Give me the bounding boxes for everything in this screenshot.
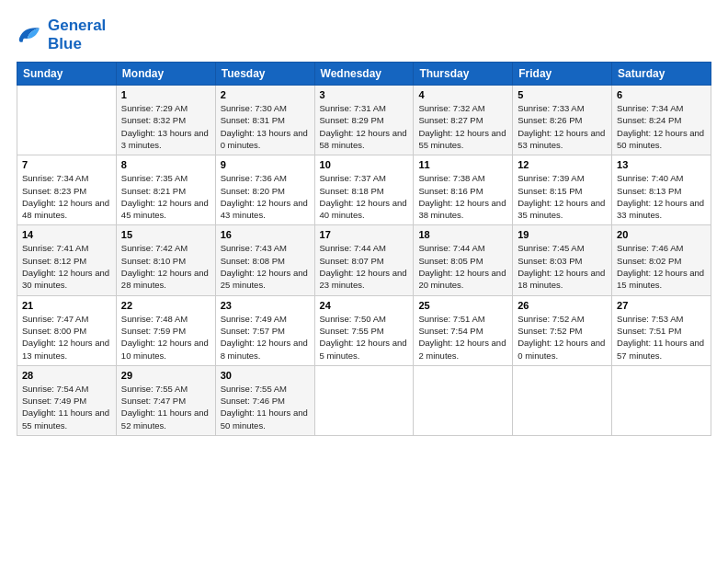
daylight-text: Daylight: 12 hours and 30 minutes. (22, 268, 109, 290)
sunrise-text: Sunrise: 7:36 AM (221, 173, 287, 183)
day-info: Sunrise: 7:31 AMSunset: 8:29 PMDaylight:… (320, 102, 409, 151)
sunset-text: Sunset: 8:08 PM (221, 256, 285, 266)
day-number: 20 (617, 229, 706, 240)
sunrise-text: Sunrise: 7:53 AM (617, 314, 683, 324)
calendar-cell: 9Sunrise: 7:36 AMSunset: 8:20 PMDaylight… (215, 155, 314, 225)
sunset-text: Sunset: 8:20 PM (221, 186, 285, 196)
daylight-text: Daylight: 11 hours and 52 minutes. (121, 408, 209, 430)
calendar-cell: 28Sunrise: 7:54 AMSunset: 7:49 PMDayligh… (17, 365, 117, 435)
daylight-text: Daylight: 12 hours and 10 minutes. (121, 338, 209, 360)
sunset-text: Sunset: 8:21 PM (121, 186, 186, 196)
daylight-text: Daylight: 12 hours and 8 minutes. (221, 338, 308, 360)
sunset-text: Sunset: 7:59 PM (121, 326, 186, 336)
sunset-text: Sunset: 7:55 PM (320, 326, 384, 336)
sunrise-text: Sunrise: 7:43 AM (221, 243, 287, 253)
day-info: Sunrise: 7:44 AMSunset: 8:05 PMDaylight:… (418, 242, 507, 291)
sunset-text: Sunset: 7:47 PM (121, 396, 186, 406)
daylight-text: Daylight: 12 hours and 35 minutes. (518, 198, 605, 220)
daylight-text: Daylight: 11 hours and 57 minutes. (617, 338, 704, 360)
calendar-cell: 12Sunrise: 7:39 AMSunset: 8:15 PMDayligh… (513, 155, 612, 225)
sunset-text: Sunset: 8:32 PM (121, 115, 186, 125)
sunrise-text: Sunrise: 7:52 AM (518, 314, 584, 324)
calendar-cell: 18Sunrise: 7:44 AMSunset: 8:05 PMDayligh… (414, 225, 513, 295)
page: General Blue SundayMondayTuesdayWednesda… (0, 0, 728, 563)
daylight-text: Daylight: 12 hours and 43 minutes. (221, 198, 308, 220)
calendar-week-5: 28Sunrise: 7:54 AMSunset: 7:49 PMDayligh… (17, 365, 711, 435)
day-number: 12 (518, 159, 607, 170)
day-number: 1 (121, 89, 210, 100)
daylight-text: Daylight: 11 hours and 50 minutes. (221, 408, 308, 430)
calendar-week-3: 14Sunrise: 7:41 AMSunset: 8:12 PMDayligh… (17, 225, 711, 295)
calendar-cell: 27Sunrise: 7:53 AMSunset: 7:51 PMDayligh… (612, 295, 711, 365)
calendar-cell: 20Sunrise: 7:46 AMSunset: 8:02 PMDayligh… (612, 225, 711, 295)
calendar-cell: 7Sunrise: 7:34 AMSunset: 8:23 PMDaylight… (17, 155, 117, 225)
calendar-cell: 3Sunrise: 7:31 AMSunset: 8:29 PMDaylight… (314, 86, 414, 155)
daylight-text: Daylight: 12 hours and 15 minutes. (617, 268, 704, 290)
sunrise-text: Sunrise: 7:55 AM (221, 384, 287, 394)
col-header-monday: Monday (116, 63, 215, 86)
sunset-text: Sunset: 8:26 PM (518, 115, 582, 125)
sunset-text: Sunset: 7:49 PM (22, 396, 86, 406)
sunset-text: Sunset: 8:18 PM (320, 186, 384, 196)
calendar-cell: 24Sunrise: 7:50 AMSunset: 7:55 PMDayligh… (314, 295, 414, 365)
logo-text: General Blue (48, 17, 106, 52)
calendar-body: 1Sunrise: 7:29 AMSunset: 8:32 PMDaylight… (17, 86, 711, 436)
sunset-text: Sunset: 8:15 PM (518, 186, 582, 196)
sunrise-text: Sunrise: 7:34 AM (617, 103, 683, 113)
sunrise-text: Sunrise: 7:49 AM (221, 314, 287, 324)
col-header-friday: Friday (513, 63, 612, 86)
day-info: Sunrise: 7:54 AMSunset: 7:49 PMDaylight:… (22, 383, 111, 431)
calendar-cell (414, 365, 513, 435)
sunrise-text: Sunrise: 7:37 AM (320, 173, 386, 183)
sunrise-text: Sunrise: 7:33 AM (518, 103, 584, 113)
day-info: Sunrise: 7:46 AMSunset: 8:02 PMDaylight:… (617, 242, 706, 291)
sunset-text: Sunset: 8:02 PM (617, 256, 681, 266)
day-info: Sunrise: 7:55 AMSunset: 7:47 PMDaylight:… (121, 383, 210, 431)
sunrise-text: Sunrise: 7:38 AM (418, 173, 484, 183)
sunrise-text: Sunrise: 7:35 AM (121, 173, 188, 183)
col-header-saturday: Saturday (612, 63, 711, 86)
calendar-cell: 17Sunrise: 7:44 AMSunset: 8:07 PMDayligh… (314, 225, 414, 295)
day-number: 15 (121, 229, 210, 240)
daylight-text: Daylight: 12 hours and 0 minutes. (518, 338, 605, 360)
sunset-text: Sunset: 8:05 PM (418, 256, 483, 266)
day-info: Sunrise: 7:52 AMSunset: 7:52 PMDaylight:… (518, 313, 607, 362)
col-header-wednesday: Wednesday (314, 63, 414, 86)
calendar-cell: 10Sunrise: 7:37 AMSunset: 8:18 PMDayligh… (314, 155, 414, 225)
day-info: Sunrise: 7:48 AMSunset: 7:59 PMDaylight:… (121, 313, 210, 362)
calendar-cell: 22Sunrise: 7:48 AMSunset: 7:59 PMDayligh… (116, 295, 215, 365)
sunrise-text: Sunrise: 7:41 AM (22, 243, 88, 253)
calendar-cell: 23Sunrise: 7:49 AMSunset: 7:57 PMDayligh… (215, 295, 314, 365)
calendar-cell: 29Sunrise: 7:55 AMSunset: 7:47 PMDayligh… (116, 365, 215, 435)
daylight-text: Daylight: 12 hours and 50 minutes. (617, 128, 704, 150)
sunrise-text: Sunrise: 7:46 AM (617, 243, 683, 253)
calendar-cell: 16Sunrise: 7:43 AMSunset: 8:08 PMDayligh… (215, 225, 314, 295)
calendar-cell: 19Sunrise: 7:45 AMSunset: 8:03 PMDayligh… (513, 225, 612, 295)
calendar-cell (314, 365, 414, 435)
daylight-text: Daylight: 12 hours and 53 minutes. (518, 128, 605, 150)
day-info: Sunrise: 7:34 AMSunset: 8:23 PMDaylight:… (22, 172, 111, 221)
day-info: Sunrise: 7:34 AMSunset: 8:24 PMDaylight:… (617, 102, 706, 151)
sunset-text: Sunset: 8:29 PM (320, 115, 384, 125)
calendar-week-4: 21Sunrise: 7:47 AMSunset: 8:00 PMDayligh… (17, 295, 711, 365)
sunset-text: Sunset: 8:00 PM (22, 326, 86, 336)
day-number: 30 (221, 370, 310, 381)
day-info: Sunrise: 7:42 AMSunset: 8:10 PMDaylight:… (121, 242, 210, 291)
calendar-header: SundayMondayTuesdayWednesdayThursdayFrid… (17, 63, 711, 86)
daylight-text: Daylight: 12 hours and 13 minutes. (22, 338, 109, 360)
day-number: 17 (320, 229, 409, 240)
day-number: 29 (121, 370, 210, 381)
calendar-cell: 1Sunrise: 7:29 AMSunset: 8:32 PMDaylight… (116, 86, 215, 155)
day-info: Sunrise: 7:53 AMSunset: 7:51 PMDaylight:… (617, 313, 706, 362)
calendar-cell (612, 365, 711, 435)
day-number: 6 (617, 89, 706, 100)
calendar-cell: 5Sunrise: 7:33 AMSunset: 8:26 PMDaylight… (513, 86, 612, 155)
col-header-tuesday: Tuesday (215, 63, 314, 86)
day-number: 14 (22, 229, 111, 240)
daylight-text: Daylight: 12 hours and 40 minutes. (320, 198, 407, 220)
sunrise-text: Sunrise: 7:47 AM (22, 314, 88, 324)
calendar-cell: 30Sunrise: 7:55 AMSunset: 7:46 PMDayligh… (215, 365, 314, 435)
sunset-text: Sunset: 8:13 PM (617, 186, 681, 196)
calendar-cell: 21Sunrise: 7:47 AMSunset: 8:00 PMDayligh… (17, 295, 117, 365)
day-info: Sunrise: 7:43 AMSunset: 8:08 PMDaylight:… (221, 242, 310, 291)
